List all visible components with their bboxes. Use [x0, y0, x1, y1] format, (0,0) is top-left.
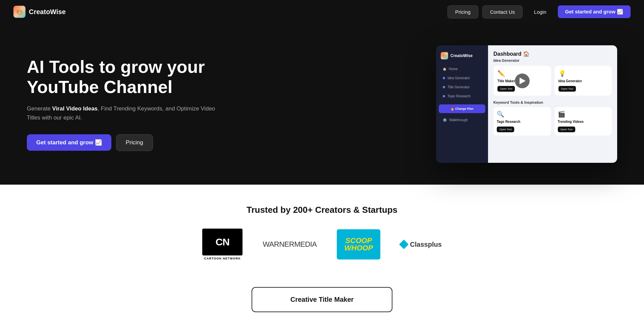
hero-cta-button[interactable]: Get started and grow 📈 — [27, 134, 111, 151]
dashboard-nav-topic[interactable]: Topic Research — [438, 92, 486, 100]
trending-videos-open-button[interactable]: Open Tool — [558, 127, 575, 132]
cn-subtitle: CARTOON NETWORK — [204, 257, 241, 260]
trusted-logos: CN CARTOON NETWORK WARNERMEDIA SCOOP WHO… — [13, 229, 631, 260]
dashboard-nav-home[interactable]: 🏠 Home — [438, 65, 486, 73]
dashboard-kw-section: Keyword Tools & Inspiration 🔍 Tags Resea… — [493, 100, 612, 136]
dashboard-section1-title: Idea Generator — [493, 58, 612, 62]
hero-content: AI Tools to grow your YouTube Channel Ge… — [27, 57, 228, 151]
dashboard-section2-title: Keyword Tools & Inspiration — [493, 100, 612, 104]
classplus-text: Classplus — [410, 241, 441, 248]
trending-videos-label: Trending Videos — [558, 120, 609, 124]
tags-research-icon: 🔍 — [497, 110, 548, 118]
dashboard-nav-topic-label: Topic Research — [447, 94, 471, 98]
walkthrough-label: Walkthrough — [449, 118, 468, 122]
nav-links: Pricing Contact Us Login Get started and… — [447, 5, 631, 18]
hero-subtitle: Generate Viral Video Ideas, Find Trendin… — [27, 104, 228, 122]
idea-generator-label: Idea Generator — [558, 79, 608, 83]
bottom-section: Creative Title Maker — [0, 280, 644, 326]
whoop-text: WHOOP — [344, 244, 373, 252]
dashboard-cards-row2: 🔍 Tags Research Open Tool 🎬 Trending Vid… — [493, 107, 612, 136]
tags-research-open-button[interactable]: Open Tool — [497, 127, 514, 132]
dashboard-sidebar: 🎨 CreatoWise 🏠 Home Idea Generator Title… — [436, 45, 488, 163]
idea-generator-icon: 💡 — [558, 70, 608, 77]
dashboard-nav-home-label: Home — [449, 67, 458, 71]
dashboard-card-idea-generator: 💡 Idea Generator Open Tool — [554, 66, 612, 96]
contact-nav-button[interactable]: Contact Us — [482, 5, 523, 18]
dashboard-cards-row1: ✏️ Title Maker Open Tool 💡 Idea Generato… — [493, 66, 612, 96]
scoop-text: SCOOP — [345, 237, 372, 244]
dot-icon — [443, 95, 445, 97]
dot-icon — [443, 77, 445, 79]
cartoon-network-logo: CN CARTOON NETWORK — [202, 229, 243, 260]
dot-icon — [443, 86, 445, 88]
warnermedia-logo: WARNERMEDIA — [263, 240, 317, 249]
play-overlay[interactable] — [515, 74, 530, 88]
creative-title-label: Creative Title Maker — [290, 296, 354, 303]
brand-logo[interactable]: 🎨 CreatoWise — [13, 6, 66, 18]
home-icon: 🏠 — [443, 67, 446, 71]
dashboard-card-title-maker: ✏️ Title Maker Open Tool — [493, 66, 551, 96]
trending-videos-icon: 🎬 — [558, 110, 609, 118]
hero-section: AI Tools to grow your YouTube Channel Ge… — [0, 23, 644, 185]
idea-generator-open-button[interactable]: Open Tool — [558, 86, 576, 92]
classplus-diamond-icon — [399, 240, 409, 249]
play-triangle-icon — [520, 78, 526, 84]
dashboard-nav-title[interactable]: Title Generator — [438, 83, 486, 91]
dashboard-card-tags-research: 🔍 Tags Research Open Tool — [493, 107, 551, 136]
creative-title-box: Creative Title Maker — [252, 287, 392, 312]
media-text: MEDIA — [294, 240, 317, 248]
brand-name: CreatoWise — [29, 8, 66, 16]
logo-icon: 🎨 — [13, 6, 25, 18]
dashboard-mockup: 🎨 CreatoWise 🏠 Home Idea Generator Title… — [436, 45, 617, 163]
dashboard-card-trending-videos: 🎬 Trending Videos Open Tool — [554, 107, 612, 136]
dashboard-nav-idea-label: Idea Generator — [447, 76, 470, 80]
warner-text: WARNER — [263, 240, 294, 248]
cn-box: CN — [202, 229, 243, 255]
dashboard-nav-walkthrough[interactable]: ⚙️ Walkthrough — [438, 116, 486, 124]
dashboard-title: Dashboard 🏠 — [493, 51, 612, 57]
dashboard-nav-title-label: Title Generator — [447, 85, 470, 89]
title-maker-open-button[interactable]: Open Tool — [497, 86, 515, 92]
pricing-nav-button[interactable]: Pricing — [447, 5, 478, 18]
tags-research-label: Tags Research — [497, 120, 548, 124]
scoopwhoop-logo: SCOOP WHOOP — [337, 229, 380, 259]
trusted-section: Trusted by 200+ Creators & Startups CN C… — [0, 185, 644, 280]
navbar: 🎨 CreatoWise Pricing Contact Us Login Ge… — [0, 0, 644, 23]
dashboard-main: Dashboard 🏠 Idea Generator ✏️ Title Make… — [488, 45, 617, 163]
dashboard-nav-idea[interactable]: Idea Generator — [438, 74, 486, 82]
cn-letters: CN — [216, 236, 229, 248]
walkthrough-icon: ⚙️ — [443, 118, 447, 122]
hero-title: AI Tools to grow your YouTube Channel — [27, 57, 228, 97]
hero-dashboard-preview: 🎨 CreatoWise 🏠 Home Idea Generator Title… — [255, 45, 617, 163]
dashboard-logo-icon: 🎨 — [441, 52, 448, 59]
change-plan-button[interactable]: 🔥 Change Plan — [439, 104, 485, 113]
nav-cta-button[interactable]: Get started and grow 📈 — [558, 5, 631, 18]
dashboard-brand-name: CreatoWise — [450, 53, 473, 58]
trusted-title: Trusted by 200+ Creators & Startups — [13, 205, 631, 215]
login-nav-button[interactable]: Login — [527, 6, 554, 18]
hero-actions: Get started and grow 📈 Pricing — [27, 134, 228, 151]
dashboard-logo: 🎨 CreatoWise — [436, 50, 488, 64]
hero-pricing-button[interactable]: Pricing — [116, 134, 153, 151]
classplus-logo: Classplus — [400, 241, 441, 248]
